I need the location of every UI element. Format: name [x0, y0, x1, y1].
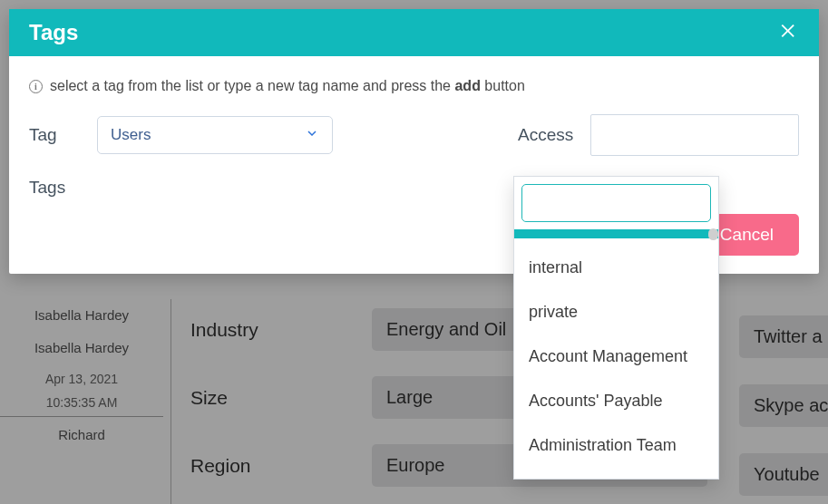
hint-text: i select a tag from the list or type a n… [29, 78, 799, 94]
tag-select[interactable]: Users [97, 116, 333, 154]
dropdown-item[interactable]: Administration Team [520, 423, 713, 468]
dropdown-search-input[interactable] [521, 184, 711, 222]
chevron-down-icon [305, 126, 319, 144]
hint-bold: add [454, 78, 480, 93]
dropdown-item[interactable]: private [520, 290, 713, 334]
tags-label: Tags [29, 178, 97, 198]
info-icon: i [29, 80, 43, 93]
dropdown-search-wrap [514, 177, 718, 229]
close-icon[interactable] [779, 21, 799, 44]
hint-pre: select a tag from the list or type a new… [50, 78, 454, 93]
dropdown-list: internal private Account Management Acco… [514, 238, 718, 479]
access-dropdown: internal private Account Management Acco… [513, 176, 719, 480]
modal-title: Tags [29, 20, 78, 45]
tag-label: Tag [29, 125, 97, 145]
dropdown-scrollbar[interactable] [514, 229, 718, 238]
dropdown-item[interactable]: Accounts' Payable [520, 379, 713, 423]
hint-post: button [481, 78, 525, 93]
hint-content: select a tag from the list or type a new… [50, 78, 525, 94]
access-label: Access [518, 125, 590, 145]
dropdown-item[interactable]: Account Management [520, 334, 713, 379]
access-select[interactable] [590, 114, 799, 156]
dropdown-item[interactable]: internal [520, 246, 713, 290]
tag-select-value: Users [111, 126, 151, 144]
modal-header: Tags [9, 9, 819, 56]
